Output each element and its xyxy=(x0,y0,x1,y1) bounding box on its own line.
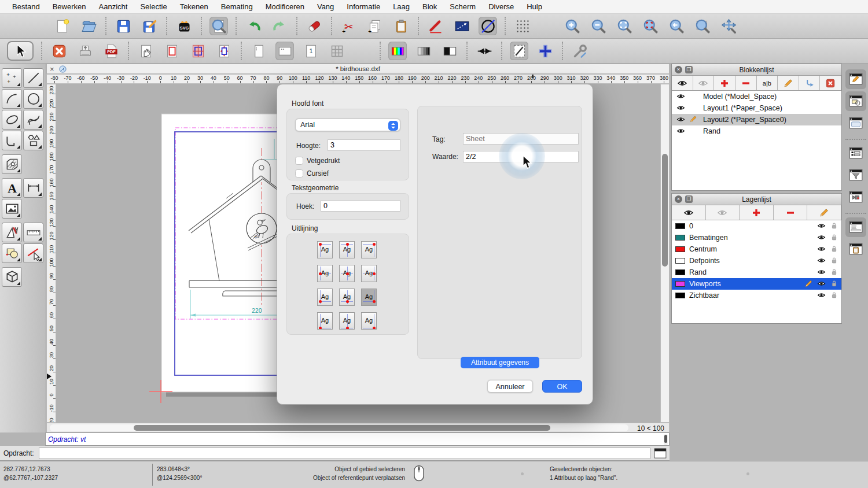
block-row[interactable]: Rand xyxy=(672,125,841,137)
visibility-eye-icon[interactable] xyxy=(676,92,686,101)
zoom-extents-button[interactable] xyxy=(615,17,634,35)
colors-button[interactable] xyxy=(388,42,407,60)
remove-button[interactable] xyxy=(735,76,757,90)
visibility-eye-icon[interactable] xyxy=(676,103,686,113)
points-tool-button[interactable]: +++ xyxy=(2,68,22,88)
spline-tool-button[interactable] xyxy=(23,110,43,130)
menu-laag[interactable]: Laag xyxy=(387,0,416,14)
new-document-button[interactable] xyxy=(53,17,72,35)
delete-button[interactable] xyxy=(820,76,841,90)
command-input[interactable] xyxy=(39,448,650,459)
menu-vang[interactable]: Vang xyxy=(311,0,340,14)
ok-button[interactable]: OK xyxy=(542,380,582,393)
alignment-option-2-1[interactable]: Ag xyxy=(317,265,333,282)
alignment-option-3-3[interactable]: Ag xyxy=(361,289,377,306)
eye-button[interactable] xyxy=(672,76,693,90)
horizontal-scrollbar[interactable]: 10 < 100 xyxy=(46,423,670,432)
close-document-button[interactable] xyxy=(50,42,68,60)
save-as-button[interactable] xyxy=(140,17,159,35)
document-close-icon[interactable]: × xyxy=(50,65,54,73)
eye-gray-button[interactable] xyxy=(693,76,715,90)
layer-row[interactable]: Centrum xyxy=(672,243,841,255)
lock-icon[interactable] xyxy=(830,256,839,265)
page-viewport-button[interactable] xyxy=(215,42,233,60)
win-shapes-toggle-button[interactable] xyxy=(845,91,866,111)
svg-export-button[interactable]: SVG xyxy=(175,17,193,35)
drafting-tool-button[interactable] xyxy=(2,223,22,242)
polyline-tool-button[interactable] xyxy=(2,131,22,150)
draw-markup-button[interactable] xyxy=(426,17,445,35)
visibility-eye-icon[interactable] xyxy=(817,221,826,231)
page-portrait-button[interactable] xyxy=(249,42,268,60)
lock-icon[interactable] xyxy=(830,233,839,242)
win-projector-toggle-button[interactable] xyxy=(845,187,866,207)
italic-checkbox[interactable] xyxy=(295,169,303,178)
undo-button[interactable] xyxy=(244,17,263,35)
add-button[interactable] xyxy=(740,205,774,220)
menu-blok[interactable]: Blok xyxy=(416,0,443,14)
menu-modificeren[interactable]: Modificeren xyxy=(259,0,311,14)
paste-button[interactable] xyxy=(392,17,410,35)
win-blank-toggle-button[interactable] xyxy=(845,113,866,133)
lock-icon[interactable] xyxy=(830,221,839,231)
line-tool-button[interactable] xyxy=(23,68,43,88)
menu-bewerken[interactable]: Bewerken xyxy=(46,0,93,14)
insert-button[interactable] xyxy=(799,76,821,90)
zoom-out-button[interactable] xyxy=(589,17,608,35)
grid-button[interactable] xyxy=(328,42,346,60)
command-history-scrollbar[interactable] xyxy=(664,434,668,445)
height-field[interactable] xyxy=(328,139,400,151)
ellipse-tool-button[interactable] xyxy=(2,110,22,130)
page-single-button[interactable]: 1 xyxy=(301,42,320,60)
angle-field[interactable] xyxy=(321,200,400,212)
page-zoom-button[interactable] xyxy=(354,42,372,60)
trim-tool-button[interactable] xyxy=(23,243,43,263)
menu-diverse[interactable]: Diverse xyxy=(482,0,520,14)
arc-tool-button[interactable] xyxy=(2,89,22,109)
eraser-button[interactable] xyxy=(305,17,323,35)
flatness-button[interactable] xyxy=(475,42,494,60)
visibility-eye-icon[interactable] xyxy=(817,291,826,300)
cancel-button[interactable]: Annuleer xyxy=(487,380,533,393)
eye-gray-button[interactable] xyxy=(706,205,740,220)
cut-button[interactable]: ✂+ xyxy=(340,17,358,35)
visibility-eye-icon[interactable] xyxy=(817,256,826,265)
lock-icon[interactable] xyxy=(830,291,839,300)
block-row[interactable]: Model (*Model_Space) xyxy=(672,91,841,102)
layer-row[interactable]: Bematingen xyxy=(672,232,841,243)
image-tool-button[interactable] xyxy=(2,199,22,219)
menu-bemating[interactable]: Bemating xyxy=(215,0,259,14)
menu-hulp[interactable]: Hulp xyxy=(520,0,549,14)
lock-icon[interactable] xyxy=(830,268,839,277)
close-icon[interactable]: × xyxy=(675,66,682,73)
pan-button[interactable] xyxy=(719,17,738,35)
collapse-icon[interactable]: ❐ xyxy=(685,195,693,203)
zoom-page-button[interactable] xyxy=(693,17,712,35)
print-button[interactable] xyxy=(76,42,94,60)
lock-icon[interactable] xyxy=(830,245,839,254)
select-arrow-button[interactable] xyxy=(7,41,34,61)
snap-cross-button[interactable] xyxy=(536,42,554,60)
menu-aanzicht[interactable]: Aanzicht xyxy=(93,0,134,14)
stepper-icon[interactable] xyxy=(388,121,398,131)
circle-diagonal-button[interactable] xyxy=(479,17,497,35)
visibility-eye-icon[interactable] xyxy=(676,115,686,124)
text-tool-button[interactable]: A xyxy=(2,178,22,198)
circle-tool-button[interactable] xyxy=(23,89,43,109)
zoom-previous-button[interactable] xyxy=(667,17,686,35)
alignment-option-1-2[interactable]: Ag xyxy=(339,241,355,258)
layer-row[interactable]: Rand xyxy=(672,267,841,278)
save-button[interactable] xyxy=(114,17,133,35)
layer-row[interactable]: 0 xyxy=(672,220,841,232)
alignment-option-2-2[interactable]: Ag xyxy=(339,265,355,282)
dot-grid-button[interactable] xyxy=(513,17,532,35)
win-clipboard-toggle-button[interactable] xyxy=(845,239,866,259)
layer-row[interactable]: Defpoints xyxy=(672,255,841,267)
win-command-toggle-button[interactable] xyxy=(845,217,866,237)
vertical-scrollbar[interactable] xyxy=(660,84,670,423)
win-filter-toggle-button[interactable] xyxy=(845,165,866,185)
block-row[interactable]: Layout2 (*Paper_Space0) xyxy=(672,114,841,125)
horizontal-scrollbar-thumb[interactable] xyxy=(134,425,550,431)
boolean-tool-button[interactable] xyxy=(2,243,22,263)
pdf-export-button[interactable]: PDF xyxy=(102,42,120,60)
